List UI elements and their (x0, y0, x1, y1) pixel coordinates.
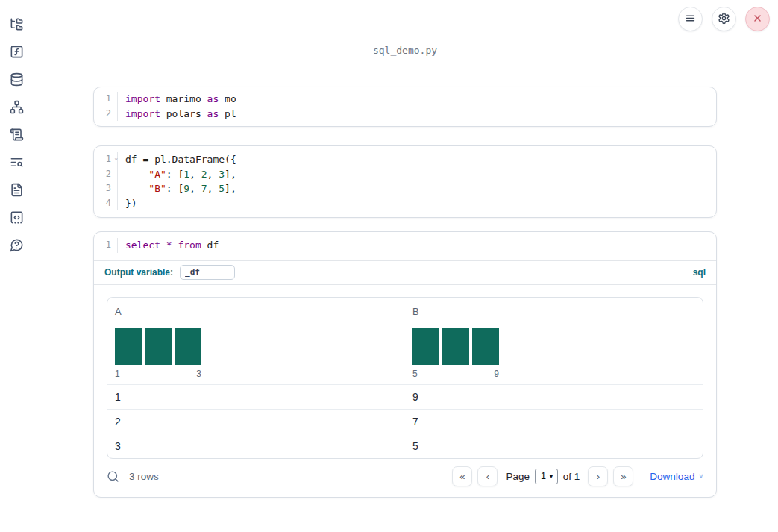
line-number: 3 (94, 181, 118, 196)
cell-a: 3 (107, 440, 405, 452)
table-row[interactable]: 1 9 (107, 384, 703, 409)
menu-button[interactable] (678, 7, 703, 31)
histogram-bar (472, 328, 499, 365)
file-text-icon (10, 183, 24, 199)
dataframe-table: A 1 3 B (107, 297, 703, 459)
gear-icon (718, 12, 730, 27)
fold-chevron-icon[interactable]: ⌄ (114, 155, 118, 161)
download-button[interactable]: Download ∨ (650, 471, 703, 482)
hist-min-label: 1 (115, 369, 120, 379)
histogram-bar (115, 328, 142, 365)
settings-button[interactable] (712, 7, 736, 31)
sidebar-item-explorer[interactable] (9, 18, 24, 33)
page-label: Page (506, 471, 530, 482)
histogram-bar (175, 328, 201, 365)
first-page-button[interactable]: « (452, 466, 472, 486)
chevron-left-icon: ‹ (486, 471, 489, 482)
histogram-a (115, 328, 398, 365)
line-number: 4 (94, 196, 118, 211)
chevron-down-icon: ∨ (698, 472, 703, 480)
column-header-b[interactable]: B 5 9 (405, 298, 703, 384)
cell-a: 2 (107, 416, 405, 428)
sidebar-item-datasources[interactable] (9, 73, 24, 88)
code-line: 4 }) (94, 196, 716, 211)
cell-b: 9 (405, 391, 703, 403)
chevrons-left-icon: « (459, 471, 465, 482)
table-footer: 3 rows « ‹ Page 1 ▼ of 1 › » Download ∨ (107, 466, 703, 486)
page-select[interactable]: 1 ▼ (535, 469, 558, 484)
code-line: 2 import polars as pl (94, 107, 716, 122)
table-row[interactable]: 3 5 (107, 434, 703, 458)
sidebar-item-logs[interactable] (9, 156, 24, 171)
table-header: A 1 3 B (107, 298, 703, 384)
shutdown-button[interactable] (745, 7, 770, 31)
histogram-b (412, 328, 695, 365)
cell-b: 5 (405, 440, 703, 452)
sidebar-item-variables[interactable] (9, 46, 24, 60)
code-line-text: df = pl.DataFrame({ (118, 152, 236, 167)
code-line: 1⌄ df = pl.DataFrame({ (94, 152, 716, 167)
sidebar-item-help[interactable] (9, 239, 24, 254)
hist-max-label: 3 (196, 369, 201, 379)
next-page-button[interactable]: › (588, 466, 608, 486)
sidebar (0, 0, 33, 532)
chevron-right-icon: › (597, 471, 600, 482)
help-bubble-icon (10, 238, 24, 254)
line-number: 1 (94, 238, 118, 253)
table-row[interactable]: 2 7 (107, 409, 703, 434)
line-number: 2 (94, 167, 118, 182)
prev-page-button[interactable]: ‹ (477, 466, 498, 486)
language-badge: sql (693, 267, 706, 278)
cell-b: 7 (405, 416, 703, 428)
sidebar-item-dependencies[interactable] (9, 101, 24, 116)
page-total: of 1 (563, 471, 580, 482)
code-line-text: select * from df (118, 238, 219, 253)
close-icon (751, 12, 764, 27)
database-icon (10, 72, 24, 89)
code-line-text: }) (118, 196, 137, 211)
code-line-text: "B": [9, 7, 5], (118, 181, 236, 196)
notebook-title: sql_demo.py (93, 45, 717, 56)
histogram-bar (145, 328, 172, 365)
sql-editor[interactable]: 1 select * from df (94, 232, 716, 261)
line-number: 1 (94, 92, 118, 107)
code-cell-imports[interactable]: 1 import marimo as mo 2 import polars as… (93, 87, 717, 127)
code-line: 1 import marimo as mo (94, 92, 716, 107)
output-variable-input[interactable] (180, 265, 235, 280)
line-number: 2 (94, 107, 118, 122)
cell-a: 1 (107, 391, 405, 403)
histogram-bar (412, 328, 439, 365)
snippets-code-icon (10, 210, 24, 227)
sql-output: A 1 3 B (94, 285, 716, 497)
sql-cell: 1 select * from df Output variable: sql … (93, 231, 717, 498)
sidebar-item-documentation[interactable] (9, 184, 24, 198)
scroll-text-icon (10, 128, 24, 144)
column-header-a[interactable]: A 1 3 (107, 298, 405, 384)
last-page-button[interactable]: » (613, 466, 633, 486)
code-line-text: import polars as pl (118, 107, 236, 122)
top-controls (678, 7, 770, 31)
output-variable-label: Output variable: (104, 267, 173, 278)
sidebar-item-outline[interactable] (9, 128, 24, 143)
function-square-icon (10, 45, 24, 61)
column-label: B (412, 306, 695, 317)
chevrons-right-icon: » (621, 471, 626, 482)
code-cell-dataframe[interactable]: 1⌄ df = pl.DataFrame({ 2 "A": [1, 2, 3],… (93, 145, 717, 218)
output-variable-row: Output variable: sql (94, 261, 716, 285)
code-line: 3 "B": [9, 7, 5], (94, 181, 716, 196)
page-select-value: 1 (541, 471, 546, 481)
sidebar-item-snippets[interactable] (9, 211, 24, 226)
hist-min-label: 5 (412, 369, 418, 379)
code-line: 2 "A": [1, 2, 3], (94, 167, 716, 182)
search-icon[interactable] (107, 470, 119, 483)
notebook: sql_demo.py 1 import marimo as mo 2 impo… (93, 45, 717, 498)
histogram-bar (442, 328, 469, 365)
chevron-down-icon: ▼ (548, 473, 554, 480)
text-search-icon (10, 155, 24, 172)
menu-icon (684, 12, 697, 27)
pagination: « ‹ Page 1 ▼ of 1 › » Download ∨ (452, 466, 703, 486)
histogram-ticks: 1 3 (115, 369, 201, 379)
download-label: Download (650, 471, 694, 482)
histogram-ticks: 5 9 (412, 369, 499, 379)
line-number: 1⌄ (94, 152, 118, 167)
